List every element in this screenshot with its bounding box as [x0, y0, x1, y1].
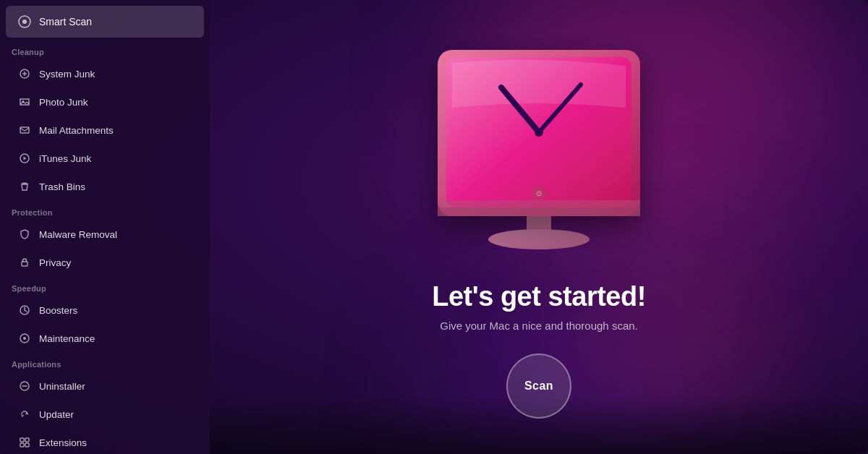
svg-point-1 [22, 20, 27, 24]
svg-rect-28 [438, 207, 640, 216]
svg-text:⊙: ⊙ [536, 189, 542, 197]
sidebar-item-mail-attachments[interactable]: Mail Attachments [6, 116, 204, 144]
imac-illustration: ⊙ [394, 35, 684, 267]
smart-scan-label: Smart Scan [39, 16, 92, 27]
photo-junk-label: Photo Junk [39, 97, 88, 108]
itunes-junk-label: iTunes Junk [39, 153, 91, 164]
main-content: ⊙ Let's get started! Give your Mac a nic… [210, 0, 868, 454]
sidebar-item-system-junk[interactable]: System Junk [6, 60, 204, 87]
sidebar: Smart Scan CleanupSystem JunkPhoto JunkM… [0, 0, 210, 454]
sidebar-item-photo-junk[interactable]: Photo Junk [6, 88, 204, 116]
headline: Let's get started! [432, 281, 646, 312]
sidebar-item-uninstaller[interactable]: Uninstaller [6, 372, 204, 400]
scan-button[interactable]: Scan [506, 354, 571, 419]
sidebar-item-itunes-junk[interactable]: iTunes Junk [6, 145, 204, 172]
sidebar-item-extensions[interactable]: Extensions [6, 429, 204, 454]
photo-junk-icon [17, 95, 32, 109]
maintenance-label: Maintenance [39, 333, 95, 344]
system-junk-icon [17, 67, 32, 81]
sidebar-sections: CleanupSystem JunkPhoto JunkMail Attachm… [0, 40, 210, 454]
sidebar-item-updater[interactable]: Updater [6, 401, 204, 428]
sidebar-item-privacy[interactable]: Privacy [6, 249, 204, 276]
extensions-label: Extensions [39, 437, 87, 448]
uninstaller-icon [17, 379, 32, 393]
sidebar-item-smart-scan[interactable]: Smart Scan [6, 6, 204, 38]
smart-scan-icon [17, 14, 32, 29]
svg-rect-4 [20, 127, 29, 133]
itunes-junk-icon [17, 151, 32, 166]
scan-button-label: Scan [524, 380, 553, 393]
sidebar-item-malware-removal[interactable]: Malware Removal [6, 220, 204, 248]
section-label-speedup: Speedup [0, 277, 210, 296]
boosters-icon [17, 303, 32, 317]
svg-rect-14 [25, 443, 29, 447]
svg-rect-12 [25, 438, 29, 442]
sidebar-item-trash-bins[interactable]: Trash Bins [6, 173, 204, 200]
svg-rect-11 [20, 438, 24, 442]
updater-label: Updater [39, 409, 74, 420]
uninstaller-label: Uninstaller [39, 381, 85, 392]
system-junk-label: System Junk [39, 69, 95, 80]
app-window: Smart Scan CleanupSystem JunkPhoto JunkM… [0, 0, 868, 454]
section-label-protection: Protection [0, 201, 210, 220]
svg-point-24 [535, 128, 543, 137]
maintenance-icon [17, 331, 32, 346]
svg-point-9 [23, 337, 26, 340]
malware-removal-label: Malware Removal [39, 229, 117, 240]
trash-bins-icon [17, 179, 32, 194]
malware-removal-icon [17, 227, 32, 241]
mail-attachments-label: Mail Attachments [39, 125, 114, 136]
svg-point-18 [488, 229, 590, 249]
privacy-label: Privacy [39, 257, 71, 268]
boosters-label: Boosters [39, 305, 77, 316]
mail-attachments-icon [17, 123, 32, 137]
extensions-icon [17, 435, 32, 450]
svg-rect-6 [22, 262, 27, 266]
svg-rect-13 [20, 443, 24, 447]
updater-icon [17, 407, 32, 421]
subheadline: Give your Mac a nice and thorough scan. [440, 320, 638, 332]
trash-bins-label: Trash Bins [39, 181, 85, 192]
sidebar-item-boosters[interactable]: Boosters [6, 296, 204, 324]
section-label-cleanup: Cleanup [0, 40, 210, 59]
section-label-applications: Applications [0, 353, 210, 372]
sidebar-item-maintenance[interactable]: Maintenance [6, 325, 204, 352]
privacy-icon [17, 255, 32, 270]
